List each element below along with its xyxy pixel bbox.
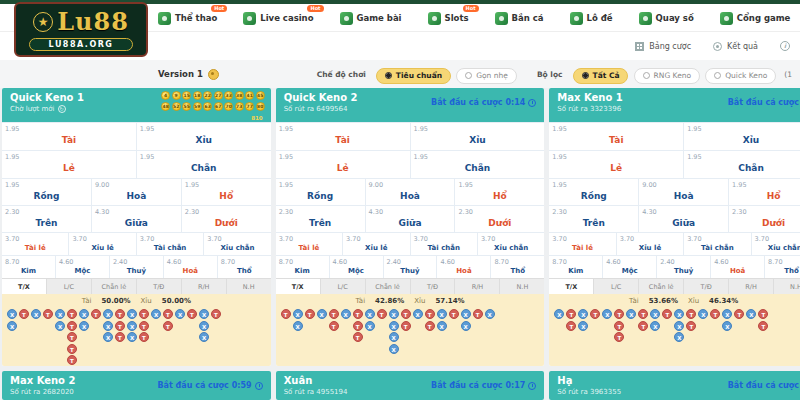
stats-tab-l-c[interactable]: L/C <box>594 279 639 294</box>
panel-header[interactable]: HạSố rút ra 3963355Bắt đầu cá cược <box>549 371 800 400</box>
stats-tab-chan-le[interactable]: Chẵn lẻ <box>639 279 684 294</box>
bet-cell-kim[interactable]: 8.70Kim <box>2 256 55 278</box>
toolbar-item-bang-cuoc[interactable]: Bảng cược <box>635 42 691 51</box>
stats-tab-t-x[interactable]: T/X <box>2 279 47 294</box>
bet-cell-hoa[interactable]: 9.00Hoà <box>365 179 455 205</box>
bet-cell-giua[interactable]: 4.30Giữa <box>91 206 181 232</box>
bet-cell-moc[interactable]: 4.60Mộc <box>55 256 109 278</box>
bet-cell-tai-chan[interactable]: 3.70Tài chẵn <box>136 233 203 255</box>
filter-option-quick-keno[interactable]: Quick Keno <box>705 68 776 84</box>
panel-header[interactable]: Quick Keno 1Chờ lượt mới↻491518222733384… <box>2 88 271 122</box>
bet-cell-kim[interactable]: 8.70Kim <box>276 256 329 278</box>
bet-cell-tai-le[interactable]: 3.70Tài lẻ <box>2 233 68 255</box>
nav-item-game-bai[interactable]: Game bài <box>340 12 402 25</box>
bet-cell-thuy[interactable]: 2.40Thuỷ <box>383 256 437 278</box>
bet-cell-tho[interactable]: 8.70Thổ <box>217 256 271 278</box>
bet-cell-xiu-le[interactable]: 3.70Xỉu lẻ <box>342 233 409 255</box>
bet-cell-rong[interactable]: 1.95Rồng <box>276 179 365 205</box>
bet-cell-chan[interactable]: 1.95Chẵn <box>136 151 271 178</box>
stats-tab-t-x[interactable]: T/X <box>276 279 321 294</box>
bet-cell-xiu-chan[interactable]: 3.70Xỉu chẵn <box>203 233 270 255</box>
bet-cell-ho[interactable]: 1.95Hổ <box>454 179 544 205</box>
bet-cell-rong[interactable]: 1.95Rồng <box>2 179 91 205</box>
filter-option-rng-keno[interactable]: RNG Keno <box>634 68 701 84</box>
stats-tab-n-h[interactable]: N.H <box>500 279 544 294</box>
bet-cell-chan[interactable]: 1.95Chẵn <box>683 151 800 178</box>
bet-cell-ho[interactable]: 1.95Hổ <box>728 179 800 205</box>
bet-cell-duoi[interactable]: 2.30Dưới <box>728 206 800 232</box>
bet-cell-tai-le[interactable]: 3.70Tài lẻ <box>549 233 615 255</box>
panel-header[interactable]: Max Keno 1Số rút ra 3323396Bắt đầu cá cư… <box>549 88 800 122</box>
bet-cell-xiu-chan[interactable]: 3.70Xỉu chẵn <box>477 233 544 255</box>
bet-cell-hoa[interactable]: 4.60Hoả <box>710 256 764 278</box>
stats-tab-t[interactable]: T/Đ <box>684 279 729 294</box>
bet-cell-tren[interactable]: 2.30Trên <box>276 206 365 232</box>
stats-tab-n-h[interactable]: N.H <box>774 279 800 294</box>
bet-cell-duoi[interactable]: 2.30Dưới <box>181 206 271 232</box>
toolbar-item-ket-qua[interactable]: Kết quả <box>713 42 758 51</box>
bet-cell-ho[interactable]: 1.95Hổ <box>181 179 271 205</box>
bet-cell-hoa[interactable]: 9.00Hoà <box>638 179 728 205</box>
bet-cell-hoa[interactable]: 4.60Hoả <box>436 256 490 278</box>
bet-cell-le[interactable]: 1.95Lẻ <box>549 151 683 178</box>
panel-header[interactable]: XuânSố rút ra 4955194Bắt đầu cá cược0:17 <box>276 371 545 400</box>
bet-cell-hoa[interactable]: 9.00Hoà <box>91 179 181 205</box>
bet-cell-giua[interactable]: 4.30Giữa <box>638 206 728 232</box>
bet-cell-xiu[interactable]: 1.95Xỉu <box>410 123 545 150</box>
stats-tab-r-h[interactable]: R/H <box>729 279 774 294</box>
nav-item-ban-ca[interactable]: Bắn cá <box>495 12 544 25</box>
bet-cell-tai[interactable]: 1.95Tài <box>2 123 136 150</box>
bet-odds: 1.95 <box>5 181 19 189</box>
bet-cell-thuy[interactable]: 2.40Thuỷ <box>109 256 163 278</box>
bet-cell-tai[interactable]: 1.95Tài <box>276 123 410 150</box>
nav-item-quay-so[interactable]: Quay số <box>639 12 694 25</box>
bet-cell-tren[interactable]: 2.30Trên <box>2 206 91 232</box>
mode-option-tieu-chuan[interactable]: Tiêu chuẩn <box>376 68 451 84</box>
bet-cell-xiu[interactable]: 1.95Xỉu <box>136 123 271 150</box>
stats-tab-t[interactable]: T/Đ <box>411 279 456 294</box>
bet-cell-tai[interactable]: 1.95Tài <box>549 123 683 150</box>
panel-header[interactable]: Quick Keno 2Số rút ra 6499564Bắt đầu cá … <box>276 88 545 122</box>
nav-item-cong-game[interactable]: Cổng game <box>720 12 791 25</box>
bet-cell-moc[interactable]: 4.60Mộc <box>602 256 656 278</box>
bet-cell-chan[interactable]: 1.95Chẵn <box>410 151 545 178</box>
version-selector[interactable]: Version 1 <box>158 69 219 80</box>
bet-cell-tho[interactable]: 8.70Thổ <box>764 256 800 278</box>
bet-cell-xiu-le[interactable]: 3.70Xỉu lẻ <box>68 233 135 255</box>
bet-cell-xiu-le[interactable]: 3.70Xỉu lẻ <box>616 233 683 255</box>
bet-cell-giua[interactable]: 4.30Giữa <box>365 206 455 232</box>
nav-item-live-casino[interactable]: Live casinoHot <box>243 12 313 25</box>
bet-cell-hoa[interactable]: 4.60Hoả <box>163 256 217 278</box>
stats-tab-r-h[interactable]: R/H <box>455 279 500 294</box>
bet-cell-rong[interactable]: 1.95Rồng <box>549 179 638 205</box>
bet-cell-tai-chan[interactable]: 3.70Tài chẵn <box>410 233 477 255</box>
bet-cell-le[interactable]: 1.95Lẻ <box>2 151 136 178</box>
nav-item-slots[interactable]: SlotsHot <box>428 12 469 25</box>
bet-cell-kim[interactable]: 8.70Kim <box>549 256 602 278</box>
nav-item-lo-e[interactable]: Lô đề <box>570 12 613 25</box>
bet-cell-thuy[interactable]: 2.40Thuỷ <box>656 256 710 278</box>
bet-cell-duoi[interactable]: 2.30Dưới <box>454 206 544 232</box>
bet-cell-xiu-chan[interactable]: 3.70Xỉu chẵn <box>751 233 800 255</box>
info-icon[interactable]: i <box>780 41 790 51</box>
stats-tab-t[interactable]: T/Đ <box>137 279 182 294</box>
filter-option-tat-ca[interactable]: Tất Cả <box>573 68 629 84</box>
panel-header[interactable]: Max Keno 2Số rút ra 2682020Bắt đầu cá cư… <box>2 371 271 400</box>
stats-tab-r-h[interactable]: R/H <box>182 279 227 294</box>
bet-cell-moc[interactable]: 4.60Mộc <box>329 256 383 278</box>
bet-cell-tho[interactable]: 8.70Thổ <box>490 256 544 278</box>
bet-cell-tai-chan[interactable]: 3.70Tài chẵn <box>683 233 750 255</box>
bet-cell-xiu[interactable]: 1.95Xỉu <box>683 123 800 150</box>
stats-tab-chan-le[interactable]: Chẵn lẻ <box>366 279 411 294</box>
mode-option-gon-nhe[interactable]: Gọn nhẹ <box>456 68 517 84</box>
bet-cell-tren[interactable]: 2.30Trên <box>549 206 638 232</box>
bet-cell-tai-le[interactable]: 3.70Tài lẻ <box>276 233 342 255</box>
brand-logo[interactable]: ★ Lu88 LU88A.ORG <box>14 2 148 57</box>
nav-item-the-thao[interactable]: Thể thaoHot <box>158 12 217 25</box>
stats-tab-l-c[interactable]: L/C <box>321 279 366 294</box>
stats-tab-l-c[interactable]: L/C <box>47 279 92 294</box>
stats-tab-t-x[interactable]: T/X <box>549 279 594 294</box>
stats-tab-n-h[interactable]: N.H <box>227 279 271 294</box>
bet-cell-le[interactable]: 1.95Lẻ <box>276 151 410 178</box>
stats-tab-chan-le[interactable]: Chẵn lẻ <box>92 279 137 294</box>
